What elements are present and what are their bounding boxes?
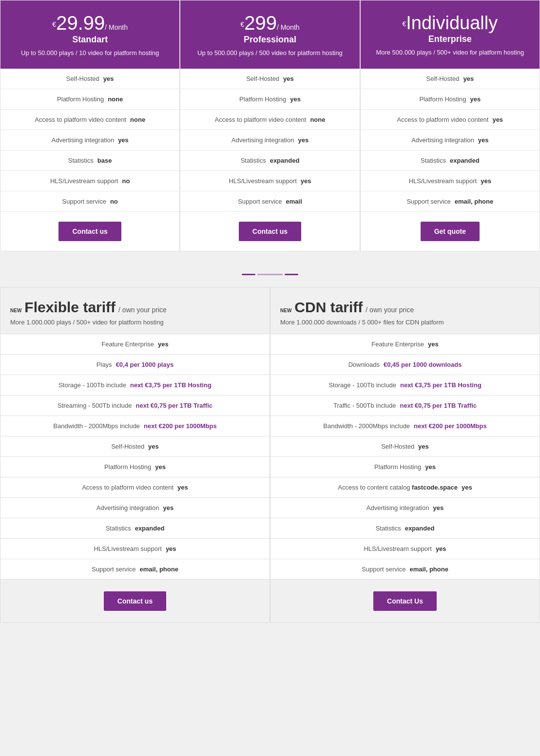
flex-features-cdn: Feature EnterpriseyesDownloads€0,45 per … <box>270 334 540 580</box>
flex-feature-row-cdn-7: Access to content catalog fastcode.space… <box>270 477 540 498</box>
flex-feat-name-flexible-9: Statistics <box>106 525 131 532</box>
flex-features-flexible: Feature EnterpriseyesPlays€0,4 per 1000 … <box>0 334 270 580</box>
feature-row-enterprise-1: Platform Hosting yes <box>361 89 540 110</box>
feat-val-enterprise-5: yes <box>481 177 491 185</box>
flex-action-cdn: Contact Us <box>270 580 540 623</box>
flex-feat-name-cdn-9: Statistics <box>376 525 401 532</box>
feature-row-standart-2: Access to platform video content none <box>0 110 179 130</box>
feat-name-enterprise-5: HLS/Livestream support <box>409 177 477 185</box>
feature-row-professional-4: Statistics expanded <box>180 151 359 171</box>
flex-feat-name-flexible-7: Access to platform video content <box>82 484 174 491</box>
plan-header-professional: €299/ Month Professional Up to 500.000 p… <box>180 0 359 69</box>
flex-feat-name-cdn-10: HLS/Livestream support <box>364 545 431 552</box>
flex-feat-name-flexible-6: Platform Hosting <box>104 463 151 471</box>
flex-feature-row-flexible-6: Platform Hostingyes <box>0 457 270 477</box>
flex-feat-val-cdn-11: email, phone <box>409 566 448 573</box>
contact-button-cdn[interactable]: Contact Us <box>373 591 437 611</box>
flex-feat-val-flexible-3: next €0,75 per 1TB Traffic <box>135 402 212 409</box>
quote-button-enterprise[interactable]: Get quote <box>421 222 480 241</box>
flex-feature-row-flexible-2: Storage - 100Tb includenext €3,75 per 1T… <box>0 375 270 396</box>
flex-feature-row-flexible-7: Access to platform video contentyes <box>0 477 270 498</box>
flex-title-flexible: Flexible tariff <box>24 299 116 316</box>
flex-header-cdn: NEW CDN tariff / own your price More 1.0… <box>270 287 540 334</box>
flex-feature-row-flexible-9: Statisticsexpanded <box>0 518 270 539</box>
feature-row-professional-0: Self-Hosted yes <box>180 69 359 89</box>
flex-feat-name-cdn-5: Self-Hosted <box>381 443 414 450</box>
plan-header-enterprise: €Individually Enterprise More 500.000 pl… <box>361 0 540 69</box>
flex-feat-name-cdn-3: Traffic - 500Tb include <box>333 402 396 409</box>
flex-col-cdn: NEW CDN tariff / own your price More 1.0… <box>270 287 540 623</box>
flex-feature-row-flexible-5: Self-Hostedyes <box>0 436 270 457</box>
flex-feature-row-flexible-1: Plays€0,4 per 1000 plays <box>0 355 270 375</box>
feat-name-standart-3: Advertising integration <box>51 136 114 144</box>
flex-feat-name-flexible-4: Bandwidth - 2000Mbps include <box>53 422 140 430</box>
flex-feat-name-cdn-2: Storage - 100Tb include <box>328 381 396 389</box>
flex-feat-val-cdn-9: expanded <box>405 525 435 532</box>
plan-desc-professional: Up to 500.000 plays / 500 video for plat… <box>197 49 343 57</box>
flex-feature-row-cdn-9: Statisticsexpanded <box>270 518 540 539</box>
feat-name-professional-5: HLS/Livestream support <box>229 177 296 185</box>
bottom-plans-section: NEW Flexible tariff / own your price Mor… <box>0 287 540 623</box>
currency-standart: € <box>52 21 56 29</box>
feat-val-professional-3: yes <box>298 136 309 144</box>
feature-row-standart-6: Support service no <box>0 191 179 212</box>
plan-col-enterprise: €Individually Enterprise More 500.000 pl… <box>360 0 540 251</box>
feat-name-enterprise-4: Statistics <box>421 157 446 164</box>
flex-feat-val-cdn-6: yes <box>425 463 436 471</box>
flex-feature-row-flexible-8: Advertising integrationyes <box>0 498 270 518</box>
feat-val-standart-3: yes <box>118 136 129 144</box>
amount-enterprise: Individually <box>406 13 498 33</box>
feat-val-standart-2: none <box>130 116 145 123</box>
feature-row-enterprise-2: Access to platform video content yes <box>361 110 540 130</box>
feature-row-standart-0: Self-Hosted yes <box>0 69 179 89</box>
flex-subdesc-flexible: More 1.000.000 plays / 500+ video for pl… <box>10 319 260 326</box>
flex-feat-val-cdn-3: next €0,75 per 1TB Traffic <box>400 402 477 409</box>
plan-name-professional: Professional <box>244 35 296 45</box>
plan-action-standart: Contact us <box>0 212 179 251</box>
feature-row-enterprise-6: Support service email, phone <box>361 191 540 212</box>
flex-title-line-cdn: NEW CDN tariff / own your price <box>280 299 530 316</box>
flex-feat-val-cdn-7: yes <box>462 484 472 491</box>
plan-desc-standart: Up to 50.000 plays / 10 video for platfo… <box>21 49 159 57</box>
feat-val-enterprise-1: yes <box>470 95 481 103</box>
fastcode-link: fastcode.space <box>412 484 458 491</box>
flex-feat-name-cdn-6: Platform Hosting <box>374 463 421 471</box>
flex-feat-val-cdn-1: €0,45 per 1000 downloads <box>384 361 462 368</box>
feat-val-standart-0: yes <box>103 75 114 82</box>
flex-feature-row-cdn-11: Support serviceemail, phone <box>270 559 540 580</box>
feat-name-professional-4: Statistics <box>241 157 266 164</box>
plan-price-standart: €29.99/ Month <box>52 13 128 33</box>
flex-feature-row-cdn-5: Self-Hostedyes <box>270 436 540 457</box>
contact-button-professional[interactable]: Contact us <box>239 222 301 241</box>
flex-per-flexible: / own your price <box>118 306 167 314</box>
flex-feat-name-cdn-0: Feature Enterprise <box>371 340 424 348</box>
new-badge-cdn: NEW <box>280 308 291 313</box>
feat-val-standart-4: base <box>97 157 112 164</box>
flex-feat-val-cdn-0: yes <box>428 340 439 348</box>
flex-feature-row-cdn-2: Storage - 100Tb includenext €3,75 per 1T… <box>270 375 540 396</box>
flex-feat-val-flexible-10: yes <box>166 545 176 552</box>
feat-name-professional-0: Self-Hosted <box>246 75 279 82</box>
flex-feature-row-cdn-6: Platform Hostingyes <box>270 457 540 477</box>
flex-feat-name-cdn-8: Advertising integration <box>366 504 429 511</box>
flex-feat-val-cdn-8: yes <box>433 504 444 511</box>
flex-feat-name-flexible-1: Plays <box>96 361 112 368</box>
flex-feature-row-flexible-11: Support serviceemail, phone <box>0 559 270 580</box>
flex-feature-row-cdn-10: HLS/Livestream supportyes <box>270 539 540 559</box>
flex-title-cdn: CDN tariff <box>294 299 363 316</box>
flex-feat-val-cdn-2: next €3,75 per 1TB Hosting <box>400 381 482 389</box>
flex-action-flexible: Contact us <box>0 580 270 623</box>
feat-name-enterprise-6: Support service <box>406 198 450 205</box>
flex-feat-name-flexible-2: Storage - 100Tb include <box>58 381 126 389</box>
feat-name-enterprise-0: Self-Hosted <box>426 75 460 82</box>
flex-feature-row-cdn-1: Downloads€0,45 per 1000 downloads <box>270 355 540 375</box>
feature-row-standart-4: Statistics base <box>0 151 179 171</box>
flex-feat-val-flexible-1: €0,4 per 1000 plays <box>116 361 174 368</box>
contact-button-standart[interactable]: Contact us <box>58 222 121 241</box>
feature-row-professional-1: Platform Hosting yes <box>180 89 359 110</box>
feat-val-standart-1: none <box>108 95 123 103</box>
flex-feat-name-cdn-1: Downloads <box>348 361 380 368</box>
feat-val-professional-5: yes <box>301 177 311 185</box>
contact-button-flexible[interactable]: Contact us <box>104 591 166 611</box>
feat-name-standart-5: HLS/Livestream support <box>50 177 118 185</box>
